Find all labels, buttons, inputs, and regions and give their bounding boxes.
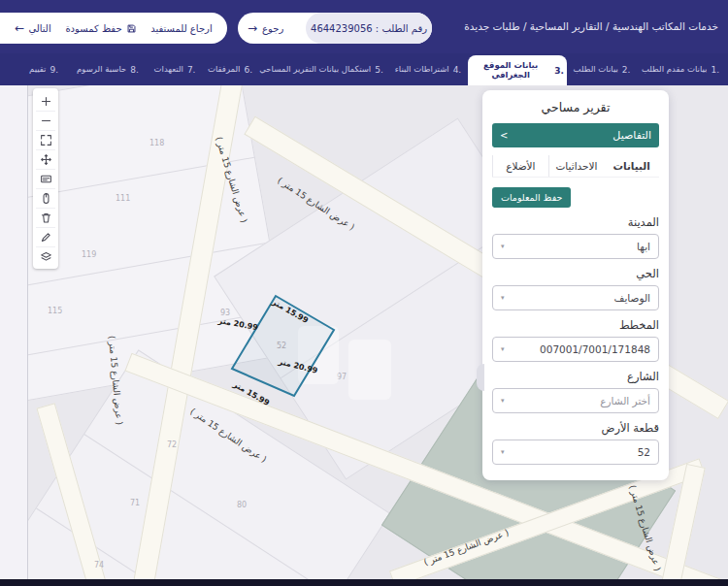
district-value: الوصايف (614, 292, 650, 304)
request-number: رقم الطلب : 4644239056 (306, 13, 432, 44)
step-number: 2. (622, 65, 631, 75)
step-number: 8. (130, 65, 139, 75)
survey-report-panel: تقرير مساحي التفاصيل > البيانات الاحداثي… (482, 90, 669, 480)
return-to-beneficiary-label: ارجاع للمستفيد (150, 23, 212, 34)
save-draft-button[interactable]: حفظ كمسودة (65, 23, 136, 34)
parcel-number: 118 (149, 139, 164, 147)
step-attachments[interactable]: 6. المرفقات (206, 53, 254, 85)
step-request-data[interactable]: 2. بيانات الطلب (567, 53, 637, 85)
tab-sides[interactable]: الأضلاع (492, 155, 548, 177)
parcel-number: 115 (48, 307, 62, 315)
panel-scroll-handle[interactable] (477, 364, 484, 391)
step-label: التعهدات (154, 65, 183, 75)
save-icon (126, 23, 137, 34)
save-information-button[interactable]: حفظ المعلومات (492, 187, 571, 208)
tab-data[interactable]: البيانات (604, 155, 659, 177)
details-label: التفاصيل (612, 129, 651, 142)
chevron-down-icon: ▾ (501, 448, 505, 456)
plan-select[interactable]: 007001/7001/171848 ▾ (492, 337, 659, 362)
step-number: 7. (187, 65, 196, 75)
step-number: 3. (554, 66, 564, 76)
land-parcel-select[interactable]: 52 ▾ (492, 440, 659, 465)
step-label: المرفقات (208, 65, 241, 75)
selected-parcel-number: 52 (277, 342, 286, 350)
next-button[interactable]: التالي ← (15, 21, 50, 35)
plan-value: 007001/7001/171848 (540, 343, 650, 355)
bottom-bar (0, 579, 728, 586)
zoom-in-icon[interactable] (36, 91, 55, 111)
step-fee-calculator[interactable]: 8. حاسبة الرسوم (72, 53, 144, 85)
city-value: ابها (637, 241, 650, 252)
details-bar[interactable]: التفاصيل > (492, 123, 659, 147)
chevron-down-icon: ▾ (501, 345, 505, 353)
step-label: استكمال بيانات التقرير المساحي (259, 65, 371, 75)
chevron-down-icon: ▾ (501, 397, 505, 405)
arrow-left-icon: ← (15, 21, 24, 35)
step-number: 1. (711, 65, 719, 75)
watermark (348, 340, 391, 400)
step-label: اشتراطات البناء (395, 65, 449, 75)
chevron-icon: > (500, 130, 508, 141)
breadcrumb: خدمات المكاتب الهندسية / التقارير المساح… (464, 20, 718, 32)
step-number: 6. (244, 65, 252, 75)
land-parcel-value: 52 (638, 446, 650, 458)
land-parcel-label: قطعة الأرض (492, 421, 659, 435)
arrow-right-icon: → (248, 21, 257, 35)
city-label: المدينة (492, 215, 659, 229)
step-number: 9. (50, 65, 58, 75)
step-label: بيانات مقدم الطلب (642, 65, 708, 75)
request-pill: → رجوع رقم الطلب : 4644239056 (238, 13, 432, 44)
delete-icon[interactable] (36, 208, 55, 227)
mouse-icon[interactable] (36, 188, 55, 208)
step-number: 5. (375, 65, 383, 75)
back-button[interactable]: → رجوع (238, 21, 293, 35)
return-to-beneficiary-button[interactable]: ارجاع للمستفيد (150, 23, 212, 34)
stepper-tabs: 1. بيانات مقدم الطلب 2. بيانات الطلب 3. … (0, 53, 728, 85)
step-geographic-location[interactable]: 3. بيانات الموقع الجغرافي (468, 55, 567, 85)
parcel-number: 71 (130, 499, 140, 507)
step-complete-survey-report[interactable]: 5. استكمال بيانات التقرير المساحي (254, 53, 388, 85)
step-label: بيانات الموقع الجغرافي (471, 61, 550, 81)
district-select[interactable]: الوصايف ▾ (492, 285, 659, 310)
next-label: التالي (28, 23, 50, 34)
layers-icon[interactable] (36, 246, 55, 266)
step-evaluation[interactable]: 9. تقييم (16, 53, 72, 85)
top-navbar: خدمات المكاتب الهندسية / التقارير المساح… (0, 0, 728, 53)
panel-tabs: البيانات الاحداثيات الأضلاع (492, 155, 659, 178)
panel-title: تقرير مساحي (492, 100, 659, 114)
parcel-number: 74 (94, 561, 104, 570)
street-value: أختر الشارع (600, 395, 650, 407)
map-toolbar (33, 88, 58, 269)
step-pledges[interactable]: 7. التعهدات (144, 53, 206, 85)
parcel-number: 72 (167, 440, 177, 449)
attachment-icon[interactable] (36, 227, 55, 246)
district-label: الحي (492, 267, 659, 280)
step-applicant-data[interactable]: 1. بيانات مقدم الطلب (637, 53, 724, 85)
parcel-number: 119 (82, 250, 96, 259)
plan-label: المخطط (492, 318, 659, 332)
step-label: بيانات الطلب (574, 65, 618, 75)
identify-icon[interactable] (36, 169, 55, 188)
step-label: تقييم (29, 65, 46, 75)
step-label: حاسبة الرسوم (77, 65, 126, 75)
parcel-number: 111 (116, 194, 130, 203)
step-number: 4. (453, 65, 462, 75)
action-toolbar: ارجاع للمستفيد حفظ كمسودة التالي ← (0, 13, 227, 44)
street-select[interactable]: أختر الشارع ▾ (492, 388, 659, 413)
parcel-number: 80 (237, 501, 247, 509)
fullscreen-icon[interactable] (36, 130, 55, 149)
street-label: الشارع (492, 370, 659, 383)
chevron-down-icon: ▾ (501, 294, 505, 302)
city-select[interactable]: ابها ▾ (492, 234, 659, 259)
step-building-requirements[interactable]: 4. اشتراطات البناء (388, 53, 468, 85)
watermark (298, 326, 339, 384)
zoom-out-icon[interactable] (36, 111, 55, 130)
chevron-down-icon: ▾ (501, 243, 505, 250)
pan-icon[interactable] (36, 149, 55, 169)
tab-coordinates[interactable]: الاحداثيات (548, 155, 605, 177)
back-label: رجوع (262, 23, 283, 34)
save-draft-label: حفظ كمسودة (65, 23, 121, 34)
